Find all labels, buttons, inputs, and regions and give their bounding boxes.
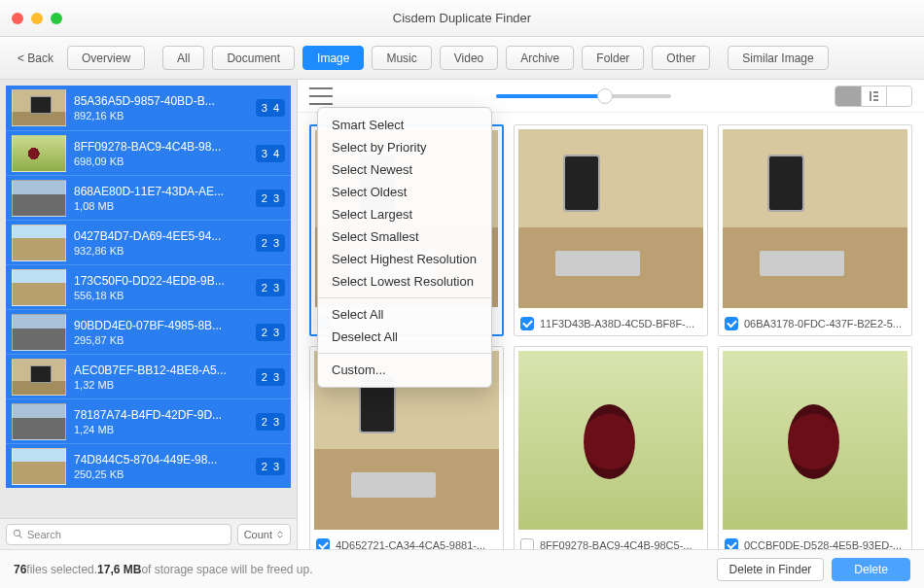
card-filename: 0CCBF0DE-D528-4E5B-93ED-... — [744, 539, 902, 549]
checkbox[interactable] — [316, 538, 330, 549]
count-badge: 23 — [256, 279, 285, 296]
view-grid[interactable] — [835, 86, 861, 106]
list-item-text: AEC0B7EF-BB12-4BE8-A5...1,32 MB — [74, 363, 256, 391]
svg-point-0 — [14, 530, 19, 536]
main-panel: 928-...11F3D43B-A38D-4C5D-BF8F-...06BA31… — [298, 80, 924, 549]
list-item[interactable]: 173C50F0-DD22-4EDB-9B...556,18 KB23 — [6, 264, 291, 309]
list-item[interactable]: 8FF09278-BAC9-4C4B-98...698,09 KB34 — [6, 130, 291, 175]
preview-image — [518, 351, 703, 530]
thumbnail — [12, 135, 66, 172]
toolbar: < Back Overview All Document Image Music… — [0, 37, 924, 80]
search-placeholder: Search — [27, 529, 61, 540]
thumbnail-size-slider[interactable] — [333, 94, 835, 98]
menu-item[interactable]: Select Smallest — [318, 225, 491, 248]
menu-item[interactable]: Select All — [318, 303, 491, 326]
selected-count: 76 — [14, 563, 26, 576]
tab-other[interactable]: Other — [652, 46, 710, 70]
thumbnail — [12, 448, 66, 485]
list-item[interactable]: 78187A74-B4FD-42DF-9D...1,24 MB23 — [6, 398, 291, 443]
checkbox[interactable] — [725, 317, 738, 330]
card-label: 4D652721-CA34-4CA5-9881-... — [310, 534, 503, 549]
list-item[interactable]: 868AE80D-11E7-43DA-AE...1,08 MB23 — [6, 175, 291, 220]
list-item-text: 8FF09278-BAC9-4C4B-98...698,09 KB — [74, 140, 256, 167]
list-item[interactable]: 85A36A5D-9857-40BD-B...892,16 KB34 — [6, 86, 291, 130]
view-mode-segmented — [835, 86, 912, 107]
file-size: 698,09 KB — [74, 156, 256, 167]
card-label: 11F3D43B-A38D-4C5D-BF8F-... — [515, 312, 707, 335]
thumbnail — [12, 359, 66, 396]
file-name: 78187A74-B4FD-42DF-9D... — [74, 408, 256, 422]
file-size: 1,24 MB — [74, 424, 256, 435]
file-size: 1,32 MB — [74, 379, 256, 391]
footer-t1: files selected. — [26, 563, 97, 576]
file-name: 0427B4D7-DA69-4EE5-94... — [74, 229, 256, 243]
file-size: 295,87 KB — [74, 334, 256, 346]
zoom-icon[interactable] — [51, 13, 62, 24]
view-list[interactable] — [886, 86, 911, 106]
sidebar-footer: Search Count — [0, 518, 297, 549]
menu-item[interactable]: Select Highest Resolution — [318, 248, 491, 270]
thumbnail — [12, 225, 66, 261]
grid-card[interactable]: 8FF09278-BAC9-4C4B-98C5-... — [514, 346, 708, 549]
card-filename: 11F3D43B-A38D-4C5D-BF8F-... — [540, 318, 694, 329]
card-filename: 8FF09278-BAC9-4C4B-98C5-... — [540, 539, 693, 549]
list-item[interactable]: 90BDD4E0-07BF-4985-8B...295,87 KB23 — [6, 309, 291, 354]
search-input[interactable]: Search — [6, 524, 231, 545]
grid-card[interactable]: 0CCBF0DE-D528-4E5B-93ED-... — [718, 346, 912, 549]
delete-in-finder-button[interactable]: Delete in Finder — [717, 558, 825, 581]
tab-document[interactable]: Document — [212, 46, 295, 70]
selection-menu-button[interactable] — [309, 87, 333, 105]
tab-music[interactable]: Music — [372, 46, 431, 70]
back-button[interactable]: < Back — [12, 48, 59, 69]
thumbnail — [12, 89, 66, 126]
count-badge: 23 — [256, 190, 285, 207]
titlebar: Cisdem Duplicate Finder — [0, 0, 924, 37]
menu-separator — [318, 353, 491, 354]
overview-button[interactable]: Overview — [67, 46, 145, 70]
checkbox[interactable] — [520, 538, 534, 549]
file-name: 90BDD4E0-07BF-4985-8B... — [74, 319, 256, 332]
menu-item[interactable]: Deselect All — [318, 326, 491, 348]
close-icon[interactable] — [12, 13, 23, 24]
tab-image[interactable]: Image — [302, 46, 364, 70]
tab-video[interactable]: Video — [440, 46, 498, 70]
list-item[interactable]: 74D844C5-8704-449E-98...250,25 KB23 — [6, 443, 291, 488]
footer-t2: of storage space will be freed up. — [141, 563, 312, 576]
tab-archive[interactable]: Archive — [506, 46, 574, 70]
file-name: 868AE80D-11E7-43DA-AE... — [74, 185, 256, 198]
chevron-updown-icon — [276, 531, 284, 538]
checkbox[interactable] — [520, 317, 534, 330]
tab-all[interactable]: All — [162, 46, 204, 70]
menu-separator — [318, 297, 491, 298]
menu-item[interactable]: Select Lowest Resolution — [318, 270, 491, 293]
view-columns[interactable] — [861, 86, 886, 106]
list-item[interactable]: 0427B4D7-DA69-4EE5-94...932,86 KB23 — [6, 220, 291, 264]
duplicate-list: 85A36A5D-9857-40BD-B...892,16 KB348FF092… — [0, 80, 297, 518]
preview-image — [518, 129, 703, 308]
grid-card[interactable]: 06BA3178-0FDC-437F-B2E2-5... — [718, 124, 912, 336]
checkbox[interactable] — [725, 538, 738, 549]
count-badge: 23 — [256, 413, 285, 431]
menu-item[interactable]: Select Largest — [318, 203, 491, 225]
list-item-text: 74D844C5-8704-449E-98...250,25 KB — [74, 453, 256, 480]
delete-button[interactable]: Delete — [832, 558, 910, 581]
sort-select[interactable]: Count — [237, 524, 291, 545]
card-filename: 4D652721-CA34-4CA5-9881-... — [336, 539, 485, 549]
menu-item[interactable]: Select Oldest — [318, 181, 491, 203]
count-badge: 23 — [256, 368, 285, 386]
menu-item[interactable]: Select Newest — [318, 158, 491, 181]
menu-item[interactable]: Custom... — [318, 359, 491, 381]
menu-item[interactable]: Smart Select — [318, 114, 491, 136]
menu-item[interactable]: Select by Priority — [318, 136, 491, 158]
tab-folder[interactable]: Folder — [582, 46, 644, 70]
file-name: 173C50F0-DD22-4EDB-9B... — [74, 274, 256, 288]
similar-image-button[interactable]: Similar Image — [728, 46, 828, 70]
sort-label: Count — [244, 529, 272, 540]
minimize-icon[interactable] — [31, 13, 43, 24]
file-name: 74D844C5-8704-449E-98... — [74, 453, 256, 467]
preview-image — [723, 129, 907, 308]
list-item[interactable]: AEC0B7EF-BB12-4BE8-A5...1,32 MB23 — [6, 354, 291, 398]
list-item-text: 0427B4D7-DA69-4EE5-94...932,86 KB — [74, 229, 256, 257]
card-label: 8FF09278-BAC9-4C4B-98C5-... — [515, 534, 707, 549]
grid-card[interactable]: 11F3D43B-A38D-4C5D-BF8F-... — [514, 124, 708, 336]
